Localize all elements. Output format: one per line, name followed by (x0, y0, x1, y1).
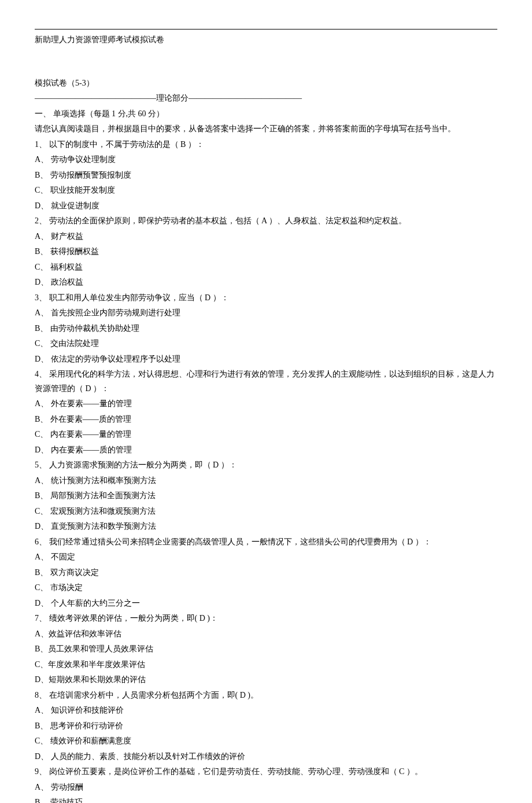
question-text: 7、 绩效考评效果的评估，一般分为两类，即( D )： (35, 612, 497, 626)
question-option: B、 劳动报酬预警预报制度 (35, 168, 497, 183)
question-text: 2、 劳动法的全面保护原则，即保护劳动者的基本权益，包括（ A ）、人身权益、法… (35, 214, 497, 229)
question-option: B、 劳动技巧 (35, 795, 497, 803)
question-option: C、 交由法院处理 (35, 337, 497, 351)
question-option: B、员工效果和管理人员效果评估 (35, 642, 497, 657)
question-option: B、 思考评价和行动评价 (35, 719, 497, 734)
question-text: 1、 以下的制度中，不属于劳动法的是（ B ）： (35, 138, 497, 152)
question-option: B、 获得报酬权益 (35, 245, 497, 259)
question-text: 5、 人力资源需求预测的方法一般分为两类，即（ D ）： (35, 458, 497, 473)
question-text: 4、 采用现代化的科学方法，对认得思想、心理和行为进行有效的管理，充分发挥人的主… (35, 367, 497, 396)
question-option: D、 个人年薪的大约三分之一 (35, 596, 497, 611)
question-text: 6、 我们经常通过猎头公司来招聘企业需要的高级管理人员，一般情况下，这些猎头公司… (35, 535, 497, 550)
question-option: C、 内在要素——量的管理 (35, 428, 497, 442)
instruction-text: 请您认真阅读题目，并根据题目中的要求，从备选答案中选择一个正确的答案，并将答案前… (35, 122, 497, 137)
question-option: A、 统计预测方法和概率预测方法 (35, 474, 497, 488)
section-divider: ―――――――――――――――理论部分―――――――――――――― (35, 91, 497, 106)
question-text: 8、 在培训需求分析中，人员需求分析包括两个方面，即( D )。 (35, 688, 497, 703)
question-option: D、 就业促进制度 (35, 199, 497, 213)
question-option: A、效益评估和效率评估 (35, 627, 497, 642)
question-option: B、 外在要素——质的管理 (35, 412, 497, 427)
question-option: C、 绩效评价和薪酬满意度 (35, 734, 497, 749)
question-option: C、 职业技能开发制度 (35, 183, 497, 198)
question-option: C、 宏观预测方法和微观预测方法 (35, 504, 497, 519)
question-option: B、 局部预测方法和全面预测方法 (35, 489, 497, 503)
question-option: C、 福利权益 (35, 260, 497, 275)
header-rule (35, 29, 497, 30)
question-option: D、短期效果和长期效果的评估 (35, 673, 497, 687)
question-option: A、 劳动报酬 (35, 780, 497, 795)
question-option: D、 直觉预测方法和数学预测方法 (35, 520, 497, 534)
question-option: A、 知识评价和技能评价 (35, 703, 497, 718)
question-option: A、 外在要素——量的管理 (35, 397, 497, 411)
question-option: D、 政治权益 (35, 275, 497, 290)
question-text: 3、 职工和用人单位发生内部劳动争议，应当（ D ）： (35, 291, 497, 305)
question-option: D、 依法定的劳动争议处理程序予以处理 (35, 352, 497, 367)
question-option: D、 内在要素——质的管理 (35, 443, 497, 458)
question-option: C、 市场决定 (35, 581, 497, 595)
question-option: A、 首先按照企业内部劳动规则进行处理 (35, 306, 497, 321)
questions-container: 1、 以下的制度中，不属于劳动法的是（ B ）：A、 劳动争议处理制度B、 劳动… (35, 138, 497, 804)
question-option: C、年度效果和半年度效果评估 (35, 658, 497, 672)
question-option: A、 财产权益 (35, 230, 497, 244)
question-option: A、 不固定 (35, 550, 497, 565)
question-option: B、 双方商议决定 (35, 566, 497, 580)
question-text: 9、 岗位评价五要素，是岗位评价工作的基础，它们是劳动责任、劳动技能、劳动心理、… (35, 765, 497, 779)
document-title: 新助理人力资源管理师考试模拟试卷 (35, 33, 497, 47)
section-heading: 一、 单项选择（每题 1 分,共 60 分） (35, 107, 497, 121)
question-option: B、 由劳动仲裁机关协助处理 (35, 322, 497, 336)
question-option: A、 劳动争议处理制度 (35, 153, 497, 167)
question-option: D、 人员的能力、素质、技能分析以及针对工作绩效的评价 (35, 750, 497, 764)
subtitle: 模拟试卷（5-3） (35, 76, 497, 91)
